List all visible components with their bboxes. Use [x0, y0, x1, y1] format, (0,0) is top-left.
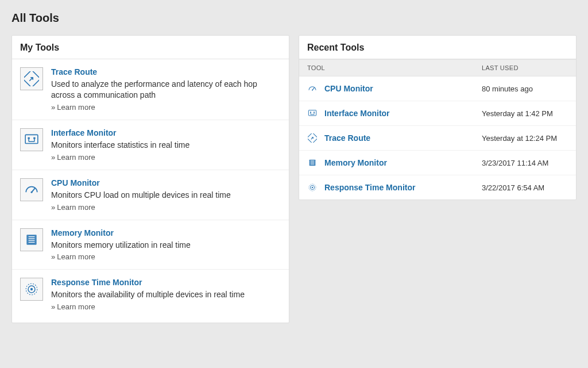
- tool-item-trace-route: Trace Route Used to analyze the performa…: [12, 59, 289, 120]
- tool-item-response-time: Response Time Monitor Monitors the avail…: [12, 270, 289, 323]
- chevron-icon: »: [51, 302, 55, 311]
- tool-desc: Monitors interface statistics in real ti…: [51, 140, 281, 151]
- memory-monitor-icon: [307, 158, 318, 168]
- recent-tool-link[interactable]: Memory Monitor: [324, 158, 482, 167]
- tool-item-interface-monitor: Interface Monitor Monitors interface sta…: [12, 120, 289, 170]
- recent-tool-link[interactable]: CPU Monitor: [324, 84, 482, 93]
- recent-tools-panel: Recent Tools TOOL LAST USED CPU Monitor …: [299, 35, 577, 200]
- learn-more-link[interactable]: »Learn more: [51, 302, 281, 311]
- recent-row-memory: Memory Monitor 3/23/2017 11:14 AM: [299, 151, 576, 175]
- recent-last-used: 3/22/2017 6:54 AM: [482, 183, 568, 192]
- learn-more-label: Learn more: [57, 252, 95, 261]
- tool-item-memory-monitor: Memory Monitor Monitors memory utilizati…: [12, 220, 289, 270]
- tool-desc: Monitors the availability of multiple de…: [51, 289, 281, 300]
- my-tools-list: Trace Route Used to analyze the performa…: [12, 59, 289, 323]
- tool-item-cpu-monitor: CPU Monitor Monitors CPU load on multipl…: [12, 170, 289, 220]
- cpu-monitor-icon: [307, 83, 318, 94]
- tool-title-link[interactable]: Memory Monitor: [51, 228, 281, 237]
- my-tools-panel: My Tools Trace Route Used to analyze the…: [11, 35, 289, 323]
- learn-more-link[interactable]: »Learn more: [51, 103, 281, 112]
- recent-tool-link[interactable]: Interface Monitor: [324, 109, 482, 118]
- tool-title-link[interactable]: Interface Monitor: [51, 128, 281, 137]
- recent-last-used: 80 minutes ago: [482, 85, 568, 93]
- my-tools-header: My Tools: [12, 36, 289, 59]
- interface-monitor-icon: [20, 128, 43, 151]
- recent-tool-link[interactable]: Trace Route: [324, 133, 482, 143]
- recent-row-trace: Trace Route Yesterday at 12:24 PM: [299, 126, 576, 151]
- response-time-icon: [20, 278, 43, 301]
- learn-more-link[interactable]: »Learn more: [51, 252, 281, 261]
- tool-title-link[interactable]: Trace Route: [51, 67, 281, 76]
- recent-last-used: Yesterday at 12:24 PM: [482, 134, 568, 143]
- tool-desc: Monitors CPU load on multiple devices in…: [51, 190, 281, 201]
- chevron-icon: »: [51, 103, 55, 112]
- chevron-icon: »: [51, 252, 55, 261]
- chevron-icon: »: [51, 203, 55, 212]
- learn-more-label: Learn more: [57, 103, 95, 112]
- col-last-used-header: LAST USED: [482, 64, 568, 71]
- recent-tools-header: Recent Tools: [299, 36, 576, 59]
- recent-row-interface: Interface Monitor Yesterday at 1:42 PM: [299, 101, 576, 126]
- learn-more-link[interactable]: »Learn more: [51, 203, 281, 212]
- learn-more-label: Learn more: [57, 153, 95, 162]
- learn-more-label: Learn more: [57, 203, 95, 212]
- tool-desc: Monitors memory utilization in real time: [51, 240, 281, 251]
- learn-more-label: Learn more: [57, 302, 95, 311]
- recent-row-response: Response Time Monitor 3/22/2017 6:54 AM: [299, 175, 576, 200]
- recent-row-cpu: CPU Monitor 80 minutes ago: [299, 76, 576, 101]
- tool-title-link[interactable]: CPU Monitor: [51, 178, 281, 187]
- learn-more-link[interactable]: »Learn more: [51, 153, 281, 162]
- memory-monitor-icon: [20, 228, 43, 251]
- col-tool-header: TOOL: [307, 64, 482, 71]
- recent-last-used: Yesterday at 1:42 PM: [482, 109, 568, 118]
- tool-desc: Used to analyze the performance and late…: [51, 79, 281, 101]
- page-title: All Tools: [11, 12, 577, 25]
- chevron-icon: »: [51, 153, 55, 162]
- recent-table-header: TOOL LAST USED: [299, 59, 576, 76]
- recent-tool-link[interactable]: Response Time Monitor: [324, 183, 482, 192]
- tool-title-link[interactable]: Response Time Monitor: [51, 278, 281, 287]
- response-time-icon: [307, 182, 318, 193]
- trace-route-icon: [307, 133, 318, 143]
- interface-monitor-icon: [307, 108, 318, 118]
- cpu-monitor-icon: [20, 178, 43, 201]
- recent-last-used: 3/23/2017 11:14 AM: [482, 159, 568, 167]
- trace-route-icon: [20, 67, 43, 90]
